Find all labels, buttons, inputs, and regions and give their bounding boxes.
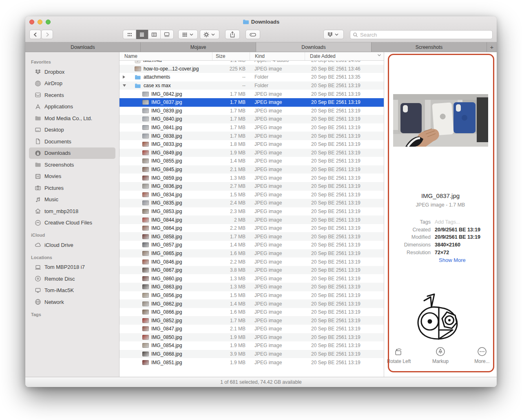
file-name: IMG_0868.jpg [151, 351, 182, 357]
file-row-IMG-0844-jpg[interactable]: IMG_0844.jpg2 MBJPEG image20 Sep BE 2561… [119, 215, 384, 224]
file-row-IMG-0834-jpg[interactable]: IMG_0834.jpg1.5 MBJPEG image20 Sep BE 25… [119, 191, 384, 199]
file-row-IMG-0866-jpg[interactable]: IMG_0866.jpg1.6 MBJPEG image20 Sep BE 25… [119, 308, 384, 317]
search-field[interactable] [350, 30, 493, 39]
sidebar-item-airdrop[interactable]: AirDrop [29, 78, 115, 90]
file-row-IMG-0868-jpg[interactable]: IMG_0868.jpg3.9 MBJPEG image20 Sep BE 25… [119, 350, 384, 358]
file-row-IMG-0860-jpg[interactable]: IMG_0860.jpg1.3 MBJPEG image20 Sep BE 25… [119, 274, 384, 283]
dropbox-toolbar-button[interactable] [323, 30, 344, 39]
list-view-button[interactable] [136, 30, 148, 39]
new-tab-button[interactable]: + [487, 42, 497, 52]
file-row-IMG-0836-jpg[interactable]: IMG_0836.jpg2.7 MBJPEG image20 Sep BE 25… [119, 182, 384, 191]
file-row-IMG-0852-jpg[interactable]: IMG_0852.jpg1.7 MBJPEG image20 Sep BE 25… [119, 316, 384, 325]
tab-screenshots-3[interactable]: Screenshots [372, 42, 487, 52]
file-row-IMG-0864-jpg[interactable]: IMG_0864.jpg2.2 MBJPEG image20 Sep BE 25… [119, 224, 384, 233]
action-gear-button[interactable] [200, 30, 219, 39]
file-row-IMG-0846-jpg[interactable]: IMG_0846.jpg2.2 MBJPEG image20 Sep BE 25… [119, 257, 384, 266]
file-row-how-to-ope-12-cover-jpg[interactable]: how-to-ope...12-cover.jpg225 KBJPEG imag… [119, 65, 384, 73]
tags-button[interactable] [246, 30, 260, 39]
column-header-date-added[interactable]: Date Added [305, 52, 384, 60]
file-row-IMG-0847-jpg[interactable]: IMG_0847.jpg2.1 MBJPEG image20 Sep BE 25… [119, 325, 384, 333]
file-row-IMG-0858-jpg[interactable]: IMG_0858.jpg1.7 MBJPEG image20 Sep BE 25… [119, 232, 384, 241]
file-date-added: 20 Sep BE 2561 13:19 [305, 251, 384, 256]
file-row-IMG-0856-jpg[interactable]: IMG_0856.jpg1.5 MBJPEG image20 Sep BE 25… [119, 291, 384, 300]
column-header-kind[interactable]: Kind [250, 52, 305, 60]
share-button[interactable] [225, 30, 240, 39]
zoom-button[interactable] [46, 20, 51, 24]
file-row-IMG-0854-jpg[interactable]: IMG_0854.jpg1.9 MBJPEG image20 Sep BE 25… [119, 341, 384, 350]
file-row-IMG-0841-jpg[interactable]: IMG_0841.jpg1.7 MBJPEG image20 Sep BE 25… [119, 123, 384, 132]
disclosure-triangle-expanded[interactable] [123, 84, 126, 87]
more--button[interactable]: More... [467, 346, 497, 364]
file-kind: JPEG image [250, 276, 305, 281]
sidebar-item-screenshots[interactable]: Screenshots [29, 159, 115, 171]
sidebar-item-documents[interactable]: Documents [29, 136, 115, 147]
column-header-name[interactable]: Name [119, 52, 212, 60]
file-row-IMG-0855-jpg[interactable]: IMG_0855.jpg1.4 MBJPEG image20 Sep BE 25… [119, 157, 384, 165]
image-thumbnail-icon [142, 192, 149, 197]
creative-cloud-icon [34, 220, 42, 226]
file-row-IMG-0845-jpg[interactable]: IMG_0845.jpg2.1 MBJPEG image20 Sep BE 25… [119, 165, 384, 174]
column-options-chevron[interactable] [377, 54, 381, 57]
forward-button[interactable] [41, 30, 53, 39]
preview-actions: Rotate LeftMarkupMore... [384, 346, 497, 364]
minimize-button[interactable] [38, 20, 42, 24]
sidebar-item-applications[interactable]: Applications [29, 101, 115, 113]
column-view-button[interactable] [148, 30, 161, 39]
file-size: 1.5 MB [212, 292, 250, 298]
sidebar-item-tom-mbp2018-i7[interactable]: Tom MBP2018 i7 [29, 262, 115, 273]
sidebar-item-remote-disc[interactable]: Remote Disc [29, 273, 115, 285]
sidebar-item-pictures[interactable]: Pictures [29, 182, 115, 194]
sidebar-item-tom-mbp2018[interactable]: tom_mbp2018 [29, 205, 115, 217]
rotate-left-button[interactable]: Rotate Left [384, 346, 414, 364]
disclosure-triangle-collapsed[interactable] [123, 75, 125, 79]
title-bar: Downloads [25, 16, 497, 27]
icon-view-button[interactable] [124, 30, 136, 39]
sidebar-item-tom-imac5k[interactable]: Tom-iMac5K [29, 285, 115, 297]
tab-mojave-1[interactable]: Mojave [141, 42, 256, 52]
file-row-IMG-0850-jpg[interactable]: IMG_0850.jpg1.9 MBJPEG image20 Sep BE 25… [119, 333, 384, 342]
file-row-IMG-0865-jpg[interactable]: IMG_0865.jpg1.6 MBJPEG image20 Sep BE 25… [119, 249, 384, 258]
sidebar-item-label: Remote Disc [44, 276, 75, 282]
markup-button[interactable]: Markup [426, 346, 455, 364]
add-tags-field[interactable]: Add Tags... [435, 218, 460, 226]
sidebar-item-downloads[interactable]: Downloads [29, 147, 115, 159]
file-date-added: 20 Sep BE 2561 13:19 [305, 125, 384, 130]
file-row-IMG-0833-jpg[interactable]: IMG_0833.jpg1.8 MBJPEG image20 Sep BE 25… [119, 140, 384, 149]
file-row-IMG-0840-jpg[interactable]: IMG_0840.jpg1.7 MBJPEG image20 Sep BE 25… [119, 115, 384, 123]
search-input[interactable] [360, 32, 490, 38]
file-row-IMG-0839-jpg[interactable]: IMG_0839.jpg1.7 MBJPEG image20 Sep BE 25… [119, 107, 384, 115]
sidebar-item-dropbox[interactable]: Dropbox [29, 66, 115, 78]
group-button[interactable] [178, 30, 198, 39]
tab-downloads-0[interactable]: Downloads [25, 42, 141, 52]
sidebar-item-icloud-drive[interactable]: iCloud Drive [29, 239, 115, 251]
file-row-IMG-0862-jpg[interactable]: IMG_0862.jpg1.4 MBJPEG image20 Sep BE 25… [119, 299, 384, 308]
file-row-IMG-0838-jpg[interactable]: IMG_0838.jpg1.7 MBJPEG image20 Sep BE 25… [119, 132, 384, 140]
show-more-link[interactable]: Show More [439, 257, 466, 263]
tab-downloads-2[interactable]: Downloads [256, 42, 372, 52]
file-row-IMG-0857-jpg[interactable]: IMG_0857.jpg1.4 MBJPEG image20 Sep BE 25… [119, 241, 384, 249]
file-row-IMG-0867-jpg[interactable]: IMG_0867.jpg3.8 MBJPEG image20 Sep BE 25… [119, 266, 384, 275]
file-row-IMG-0851-jpg[interactable]: IMG_0851.jpg1.9 MBJPEG image20 Sep BE 25… [119, 358, 384, 367]
close-button[interactable] [29, 20, 34, 24]
sidebar-item-music[interactable]: Music [29, 194, 115, 206]
file-row-case-xs-max[interactable]: case xs max--Folder20 Sep BE 2561 13:19 [119, 81, 384, 90]
sidebar-item-recents[interactable]: Recents [29, 89, 115, 101]
file-row-attachments[interactable]: attachments--Folder20 Sep BE 2561 13:35 [119, 73, 384, 81]
column-header-size[interactable]: Size [212, 52, 250, 60]
file-row-IMG-0859-jpg[interactable]: IMG_0859.jpg1.3 MBJPEG image20 Sep BE 25… [119, 174, 384, 182]
sidebar-item-mod-media-co-ltd-[interactable]: Mod Media Co., Ltd. [29, 112, 115, 124]
gallery-view-button[interactable] [161, 30, 173, 39]
file-row-IMG-0842-jpg[interactable]: IMG_0842.jpg1.7 MBJPEG image20 Sep BE 25… [119, 90, 384, 98]
sidebar-section-tags: Tags [25, 308, 119, 319]
back-button[interactable] [29, 30, 41, 39]
sidebar-item-movies[interactable]: Movies [29, 171, 115, 183]
file-row-IMG-0863-jpg[interactable]: IMG_0863.jpg1.3 MBJPEG image20 Sep BE 25… [119, 283, 384, 291]
file-row-IMG-0853-jpg[interactable]: IMG_0853.jpg2.3 MBJPEG image20 Sep BE 25… [119, 207, 384, 216]
file-row-twa-m4a[interactable]: ♪twa.m4a1.1 MBApple...-4 audio20 Sep BE … [119, 61, 384, 65]
file-row-IMG-0835-jpg[interactable]: IMG_0835.jpg2.4 MBJPEG image20 Sep BE 25… [119, 199, 384, 207]
sidebar-item-desktop[interactable]: Desktop [29, 124, 115, 136]
sidebar-item-creative-cloud-files[interactable]: Creative Cloud Files [29, 217, 115, 229]
file-row-IMG-0837-jpg[interactable]: IMG_0837.jpg1.7 MBJPEG image20 Sep BE 25… [119, 98, 384, 107]
sidebar-item-network[interactable]: Network [29, 296, 115, 308]
file-row-IMG-0849-jpg[interactable]: IMG_0849.jpg1.9 MBJPEG image20 Sep BE 25… [119, 149, 384, 157]
